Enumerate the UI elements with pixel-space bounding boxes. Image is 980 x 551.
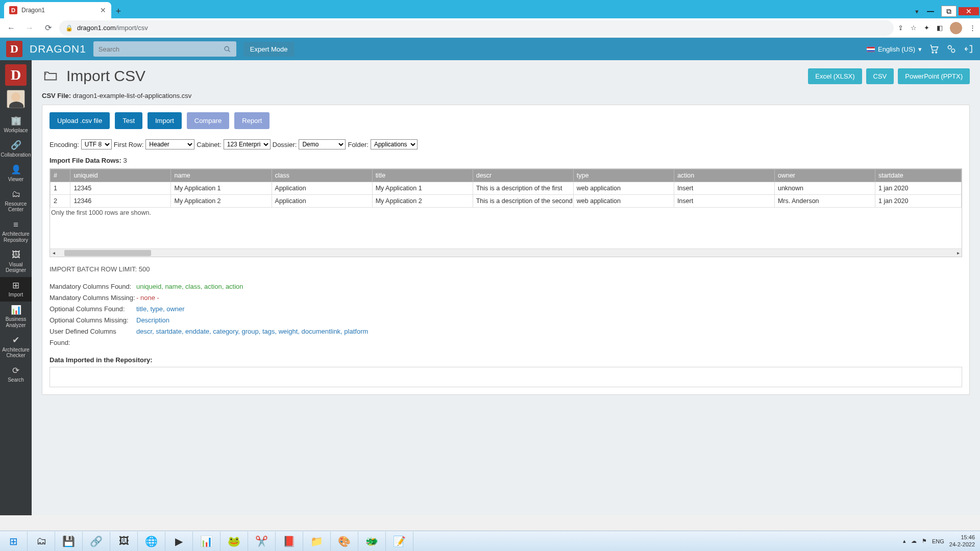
- export-button-csv[interactable]: CSV: [866, 68, 894, 84]
- sidebar-item-architecture-repository[interactable]: ≡Architecture Repository: [0, 216, 32, 247]
- bookmark-icon[interactable]: ☆: [911, 24, 917, 32]
- sidebar-icon: 📊: [1, 305, 31, 315]
- columns-info-value: title, type, owner: [136, 304, 185, 315]
- profile-avatar[interactable]: [950, 22, 962, 34]
- sidebar-item-viewer[interactable]: 👤Viewer: [0, 161, 32, 186]
- columns-info-value: descr, startdate, enddate, category, gro…: [136, 326, 368, 348]
- search-icon[interactable]: [224, 45, 231, 53]
- browser-url-bar: ← → ⟳ 🔒 dragon1.com/import/csv ⇪ ☆ ✦ ◧ ⋮: [0, 18, 980, 38]
- encoding-label: Encoding:: [50, 141, 79, 148]
- sidebar-icon: 🖼: [1, 250, 31, 260]
- columns-info-row: Optional Columns Found:title, type, owne…: [50, 304, 962, 315]
- table-row[interactable]: 112345My Application 1ApplicationMy Appl…: [51, 182, 962, 195]
- new-tab-button[interactable]: +: [111, 4, 126, 18]
- action-button-report[interactable]: Report: [234, 112, 270, 129]
- columns-info-row: User Defined Columns Found:descr, startd…: [50, 326, 962, 348]
- scroll-thumb[interactable]: [64, 250, 151, 256]
- data-table: #uniqueidnameclasstitledescrtypeactionow…: [50, 169, 962, 208]
- column-header[interactable]: type: [573, 169, 674, 182]
- table-cell: web application: [573, 195, 674, 208]
- action-button-upload-csv-file[interactable]: Upload .csv file: [50, 112, 110, 129]
- url-host: dragon1.com: [77, 24, 116, 32]
- columns-info-label: Mandatory Columns Found:: [50, 281, 136, 292]
- chrome-dropdown-icon[interactable]: ▾: [912, 5, 922, 18]
- sidebar-item-resource-center[interactable]: 🗂Resource Center: [0, 186, 32, 216]
- column-header[interactable]: owner: [774, 169, 875, 182]
- browser-tab-active[interactable]: D Dragon1 ✕: [4, 2, 111, 18]
- sidebar-icon: ≡: [1, 220, 31, 230]
- address-bar[interactable]: 🔒 dragon1.com/import/csv: [59, 20, 894, 36]
- search-box[interactable]: [93, 41, 236, 57]
- cabinet-select[interactable]: 123 Enterprise: [224, 139, 271, 149]
- window-minimize-button[interactable]: —: [923, 7, 938, 15]
- table-cell: My Application 1: [372, 182, 473, 195]
- sidepanel-icon[interactable]: ◧: [937, 24, 943, 32]
- dossier-select[interactable]: Demo: [299, 139, 346, 149]
- app-logo[interactable]: D: [6, 41, 22, 57]
- logout-icon[interactable]: [964, 44, 974, 54]
- column-header[interactable]: action: [674, 169, 774, 182]
- back-button[interactable]: ←: [4, 21, 18, 35]
- table-cell: This is a description of the second: [473, 195, 573, 208]
- language-selector[interactable]: English (US) ▾: [867, 45, 922, 53]
- encoding-select[interactable]: UTF 8: [81, 139, 112, 149]
- extensions-icon[interactable]: ✦: [924, 24, 929, 32]
- sidebar-item-collaboration[interactable]: 🔗Collaboration: [0, 137, 32, 161]
- folder-open-icon: [42, 68, 59, 84]
- svg-line-1: [228, 50, 230, 52]
- folder-select[interactable]: Applications: [371, 139, 418, 149]
- column-header[interactable]: #: [51, 169, 70, 182]
- table-cell: 1: [51, 182, 70, 195]
- export-button-powerpoint-pptx-[interactable]: PowerPoint (PPTX): [898, 68, 970, 84]
- sidebar-item-workplace[interactable]: 🏢Workplace: [0, 112, 32, 137]
- table-cell: This is a description of the first: [473, 182, 573, 195]
- column-header[interactable]: descr: [473, 169, 573, 182]
- action-button-import[interactable]: Import: [148, 112, 182, 129]
- search-input[interactable]: [99, 45, 224, 53]
- window-close-button[interactable]: ✕: [959, 7, 979, 15]
- sidebar-item-visual-designer[interactable]: 🖼Visual Designer: [0, 246, 32, 277]
- tab-close-icon[interactable]: ✕: [100, 6, 106, 14]
- sidebar-item-import[interactable]: ⊞Import: [0, 277, 32, 302]
- sidebar-avatar[interactable]: [7, 90, 25, 108]
- sidebar-icon: ✔: [1, 335, 31, 345]
- action-button-compare[interactable]: Compare: [187, 112, 229, 129]
- table-cell: unknown: [774, 182, 875, 195]
- scroll-left-icon[interactable]: ◂: [50, 250, 57, 256]
- settings-icon[interactable]: [946, 44, 957, 54]
- horizontal-scrollbar[interactable]: ◂ ▸: [50, 248, 962, 257]
- svg-point-4: [948, 45, 951, 49]
- table-cell: 12345: [70, 182, 171, 195]
- sidebar-icon: 🗂: [1, 189, 31, 199]
- cart-icon[interactable]: [929, 44, 939, 54]
- table-row[interactable]: 212346My Application 2ApplicationMy Appl…: [51, 195, 962, 208]
- table-cell: 2: [51, 195, 70, 208]
- window-maximize-button[interactable]: ⧉: [941, 6, 957, 17]
- sidebar-item-business-analyzer[interactable]: 📊Business Analyzer: [0, 302, 32, 332]
- sidebar-icon: ⟳: [1, 366, 31, 376]
- column-header[interactable]: startdate: [875, 169, 962, 182]
- column-header[interactable]: class: [272, 169, 372, 182]
- columns-info-value: Description: [136, 315, 169, 326]
- action-button-test[interactable]: Test: [115, 112, 142, 129]
- table-cell: Application: [272, 195, 372, 208]
- forward-button[interactable]: →: [22, 21, 37, 35]
- column-header[interactable]: uniqueid: [70, 169, 171, 182]
- column-header[interactable]: name: [171, 169, 272, 182]
- table-cell: My Application 2: [171, 195, 272, 208]
- export-button-excel-xlsx-[interactable]: Excel (XLSX): [808, 68, 862, 84]
- svg-point-2: [932, 52, 934, 53]
- scroll-right-icon[interactable]: ▸: [954, 250, 962, 256]
- sidebar-item-architecture-checker[interactable]: ✔Architecture Checker: [0, 332, 32, 362]
- chrome-menu-icon[interactable]: ⋮: [969, 24, 976, 32]
- sidebar-logo[interactable]: D: [5, 64, 27, 86]
- expert-mode-button[interactable]: Expert Mode: [243, 42, 295, 57]
- reload-button[interactable]: ⟳: [41, 21, 55, 35]
- firstrow-select[interactable]: Header: [145, 139, 194, 149]
- svg-point-3: [936, 52, 937, 53]
- chevron-down-icon: ▾: [918, 45, 922, 53]
- flag-icon: [867, 46, 875, 52]
- column-header[interactable]: title: [372, 169, 473, 182]
- share-icon[interactable]: ⇪: [898, 24, 903, 32]
- sidebar-item-search[interactable]: ⟳Search: [0, 362, 32, 387]
